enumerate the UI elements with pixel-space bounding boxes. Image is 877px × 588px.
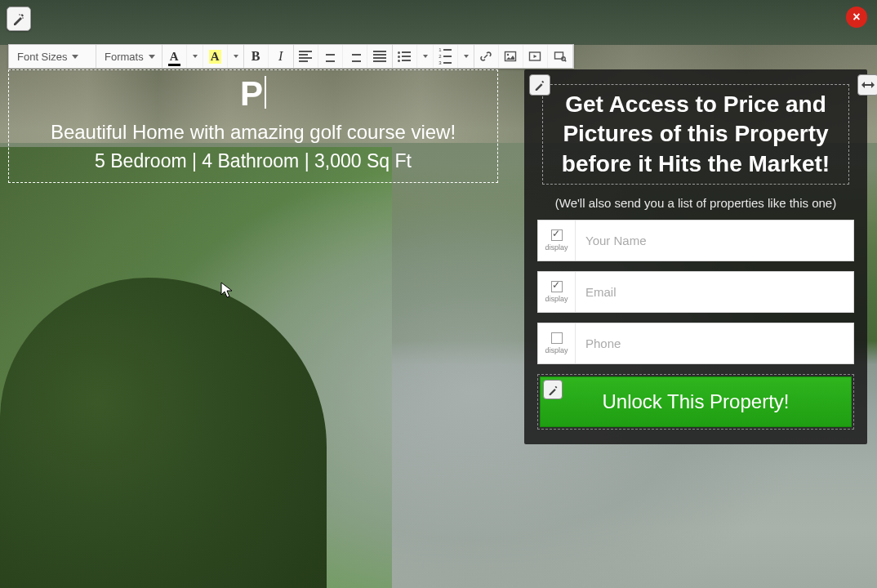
bullet-list-button[interactable] bbox=[393, 45, 417, 68]
image-icon bbox=[504, 50, 517, 63]
align-center-icon bbox=[323, 51, 336, 62]
display-toggle-phone[interactable]: display bbox=[538, 323, 576, 363]
font-size-label: Font Sizes bbox=[17, 51, 67, 63]
search-button[interactable] bbox=[548, 45, 572, 68]
panel-heading-box[interactable]: Get Access to Price and Pictures of this… bbox=[542, 84, 849, 185]
video-button[interactable] bbox=[523, 45, 548, 68]
wand-icon bbox=[548, 385, 559, 395]
italic-icon: I bbox=[278, 49, 283, 64]
align-center-button[interactable] bbox=[318, 45, 343, 68]
display-toggle-name[interactable]: display bbox=[538, 220, 576, 261]
edit-block-handle[interactable] bbox=[7, 7, 31, 31]
checkbox-unchecked-icon bbox=[551, 332, 563, 344]
align-justify-button[interactable] bbox=[367, 45, 392, 68]
align-justify-icon bbox=[373, 51, 386, 62]
image-button[interactable] bbox=[499, 45, 523, 68]
hero-subtitle-1: Beautiful Home with amazing golf course … bbox=[17, 121, 489, 144]
hero-title-text: P bbox=[240, 74, 263, 113]
panel-edit-handle[interactable] bbox=[529, 74, 550, 96]
bold-button[interactable]: B bbox=[244, 45, 269, 68]
svg-point-3 bbox=[507, 54, 509, 56]
text-color-icon: A bbox=[170, 50, 179, 64]
cta-edit-handle[interactable] bbox=[543, 380, 563, 399]
form-row-email: display bbox=[537, 271, 854, 313]
hero-text-block[interactable]: P Beautiful Home with amazing golf cours… bbox=[8, 69, 498, 183]
align-left-button[interactable] bbox=[294, 45, 318, 68]
bg-color-button[interactable]: A bbox=[203, 45, 228, 68]
italic-button[interactable]: I bbox=[269, 45, 293, 68]
phone-input[interactable] bbox=[576, 323, 853, 363]
lead-form-panel: Get Access to Price and Pictures of this… bbox=[524, 69, 867, 444]
submit-button-label: Unlock This Property! bbox=[603, 390, 790, 412]
bold-icon: B bbox=[252, 49, 260, 64]
chevron-down-icon bbox=[423, 55, 428, 58]
resize-horizontal-icon bbox=[861, 81, 875, 89]
wand-icon bbox=[12, 12, 25, 25]
display-label: display bbox=[545, 295, 568, 303]
formats-select[interactable]: Formats bbox=[96, 45, 162, 68]
chevron-down-icon bbox=[72, 55, 78, 59]
form-row-name: display bbox=[537, 220, 854, 261]
panel-note: (We'll also send you a list of propertie… bbox=[537, 196, 854, 210]
svg-point-0 bbox=[22, 17, 24, 19]
checkbox-checked-icon bbox=[551, 281, 563, 292]
bg-color-icon: A bbox=[209, 50, 221, 64]
svg-point-1 bbox=[19, 14, 20, 16]
close-icon: × bbox=[853, 10, 860, 24]
submit-button[interactable]: Unlock This Property! bbox=[540, 376, 852, 427]
link-icon bbox=[479, 50, 492, 63]
link-button[interactable] bbox=[474, 45, 499, 68]
text-caret bbox=[265, 76, 266, 109]
text-color-menu[interactable] bbox=[187, 45, 203, 68]
svg-line-7 bbox=[564, 60, 566, 62]
chevron-down-icon bbox=[234, 55, 238, 58]
chevron-down-icon bbox=[193, 55, 198, 58]
number-list-menu[interactable] bbox=[458, 45, 474, 68]
chevron-down-icon bbox=[464, 55, 469, 58]
align-right-icon bbox=[348, 51, 361, 62]
form-row-phone: display bbox=[537, 323, 854, 364]
checkbox-checked-icon bbox=[551, 229, 563, 241]
panel-resize-handle[interactable] bbox=[857, 74, 877, 96]
display-label: display bbox=[545, 243, 568, 252]
hero-title[interactable]: P bbox=[17, 75, 489, 113]
name-input[interactable] bbox=[576, 220, 853, 261]
cta-edit-wrap: Unlock This Property! bbox=[537, 374, 854, 430]
formats-label: Formats bbox=[105, 51, 144, 63]
email-input[interactable] bbox=[576, 272, 853, 312]
video-icon bbox=[528, 50, 541, 63]
text-toolbar: Font Sizes Formats A A B I 123 bbox=[8, 44, 574, 69]
wand-icon bbox=[534, 79, 545, 91]
display-toggle-email[interactable]: display bbox=[538, 272, 576, 312]
bullet-list-menu[interactable] bbox=[417, 45, 434, 68]
text-color-button[interactable]: A bbox=[162, 45, 187, 68]
number-list-button[interactable]: 123 bbox=[434, 45, 458, 68]
hero-subtitle-2: 5 Bedroom | 4 Bathroom | 3,000 Sq Ft bbox=[17, 150, 489, 172]
font-size-select[interactable]: Font Sizes bbox=[9, 45, 96, 68]
number-list-icon: 123 bbox=[438, 47, 452, 65]
chevron-down-icon bbox=[149, 55, 155, 59]
align-left-icon bbox=[299, 51, 312, 62]
close-button[interactable]: × bbox=[846, 7, 867, 28]
display-label: display bbox=[545, 346, 568, 354]
search-icon bbox=[554, 50, 567, 63]
panel-heading: Get Access to Price and Pictures of this… bbox=[550, 90, 842, 179]
align-right-button[interactable] bbox=[343, 45, 367, 68]
bg-color-menu[interactable] bbox=[228, 45, 243, 68]
bullet-list-icon bbox=[398, 51, 411, 62]
